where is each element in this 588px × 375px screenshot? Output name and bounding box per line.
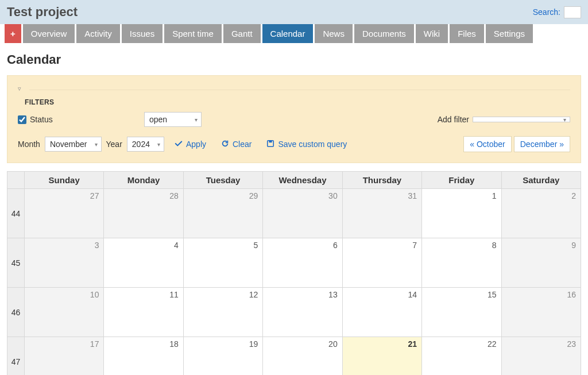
add-filter-select[interactable]: ▾ <box>473 117 570 122</box>
tab-activity[interactable]: Activity <box>76 24 120 43</box>
week-number-cell: 44 <box>7 189 25 238</box>
calendar-day-cell[interactable]: 29 <box>183 189 262 238</box>
add-filter-label: Add filter <box>438 115 469 124</box>
calendar-day-cell[interactable]: 28 <box>104 189 183 238</box>
week-number-header <box>7 172 25 189</box>
tab-news[interactable]: News <box>315 24 353 43</box>
chevron-down-icon: ▾ <box>95 141 98 148</box>
calendar-grid: Sunday Monday Tuesday Wednesday Thursday… <box>7 171 581 375</box>
tab-calendar[interactable]: Calendar <box>262 24 314 43</box>
month-label: Month <box>18 140 40 149</box>
chevron-down-icon[interactable]: ▿ <box>18 85 21 92</box>
status-filter-value: open <box>149 115 167 124</box>
calendar-day-cell[interactable]: 18 <box>104 337 183 376</box>
calendar-day-cell[interactable]: 17 <box>25 337 104 376</box>
prev-month-button[interactable]: « October <box>463 136 511 152</box>
svg-rect-1 <box>269 140 272 142</box>
reload-icon <box>221 140 229 149</box>
calendar-day-cell[interactable]: 31 <box>342 189 421 238</box>
tab-wiki[interactable]: Wiki <box>416 24 448 43</box>
project-header: Test project Search: <box>0 0 588 24</box>
day-header-sunday: Sunday <box>25 172 104 189</box>
apply-label: Apply <box>186 140 206 149</box>
tab-spent-time[interactable]: Spent time <box>164 24 222 43</box>
day-header-monday: Monday <box>104 172 183 189</box>
clear-button[interactable]: Clear <box>221 140 252 149</box>
divider <box>29 90 570 90</box>
calendar-day-cell[interactable]: 19 <box>183 337 262 376</box>
next-month-button[interactable]: December » <box>514 136 570 152</box>
tab-files[interactable]: Files <box>450 24 484 43</box>
chevron-down-icon: ▾ <box>195 117 198 123</box>
tab-issues[interactable]: Issues <box>122 24 163 43</box>
calendar-day-cell[interactable]: 13 <box>263 288 342 337</box>
status-filter-select[interactable]: open ▾ <box>144 112 202 127</box>
week-number-cell: 45 <box>7 238 25 288</box>
calendar-day-cell[interactable]: 12 <box>183 288 262 337</box>
status-filter-checkbox[interactable] <box>18 115 26 124</box>
calendar-day-cell[interactable]: 5 <box>183 238 262 288</box>
day-header-thursday: Thursday <box>342 172 421 189</box>
calendar-day-cell[interactable]: 4 <box>104 238 183 288</box>
calendar-day-cell[interactable]: 16 <box>501 288 581 337</box>
year-label: Year <box>106 140 122 149</box>
check-icon <box>175 140 183 149</box>
calendar-day-cell[interactable]: 20 <box>263 337 342 376</box>
calendar-day-cell[interactable]: 2 <box>501 189 581 238</box>
query-panel: ▿ FILTERS Status open ▾ Add filter ▾ Mo <box>7 75 581 163</box>
calendar-day-cell[interactable]: 7 <box>342 238 421 288</box>
calendar-day-cell[interactable]: 15 <box>422 288 501 337</box>
calendar-day-cell[interactable]: 23 <box>501 337 581 376</box>
page-title: Calendar <box>7 52 581 67</box>
calendar-day-cell[interactable]: 22 <box>422 337 501 376</box>
new-item-button[interactable]: + <box>5 24 21 43</box>
calendar-day-cell[interactable]: 3 <box>25 238 104 288</box>
chevron-down-icon: ▾ <box>157 141 160 148</box>
calendar-day-cell[interactable]: 6 <box>263 238 342 288</box>
tab-settings[interactable]: Settings <box>486 24 533 43</box>
apply-button[interactable]: Apply <box>175 140 206 149</box>
year-value: 2024 <box>132 140 150 149</box>
calendar-day-cell[interactable]: 9 <box>501 238 581 288</box>
day-header-tuesday: Tuesday <box>183 172 262 189</box>
year-select[interactable]: 2024 ▾ <box>127 137 164 152</box>
project-title: Test project <box>7 5 78 20</box>
calendar-day-cell[interactable]: 8 <box>422 238 501 288</box>
save-query-button[interactable]: Save custom query <box>266 140 347 149</box>
week-number-cell: 47 <box>7 337 25 376</box>
search-area: Search: <box>533 6 581 18</box>
calendar-day-cell[interactable]: 10 <box>25 288 104 337</box>
day-header-wednesday: Wednesday <box>263 172 342 189</box>
status-filter-label: Status <box>30 115 53 124</box>
tab-overview[interactable]: Overview <box>23 24 75 43</box>
calendar-day-cell[interactable]: 1 <box>422 189 501 238</box>
month-select[interactable]: November ▾ <box>45 137 102 152</box>
month-value: November <box>50 140 87 149</box>
search-label: Search: <box>533 7 560 17</box>
calendar-day-cell[interactable]: 11 <box>104 288 183 337</box>
day-header-saturday: Saturday <box>501 172 581 189</box>
tab-documents[interactable]: Documents <box>354 24 414 43</box>
filters-section-label: FILTERS <box>25 98 570 106</box>
save-query-label: Save custom query <box>278 140 347 149</box>
search-input[interactable] <box>564 6 581 18</box>
calendar-day-cell[interactable]: 30 <box>263 189 342 238</box>
calendar-day-cell[interactable]: 27 <box>25 189 104 238</box>
save-icon <box>266 140 274 149</box>
main-tabs: + Overview Activity Issues Spent time Ga… <box>0 24 588 43</box>
week-number-cell: 46 <box>7 288 25 337</box>
calendar-day-cell[interactable]: 21 <box>342 337 421 376</box>
chevron-down-icon: ▾ <box>563 117 566 123</box>
tab-gantt[interactable]: Gantt <box>223 24 261 43</box>
calendar-day-cell[interactable]: 14 <box>342 288 421 337</box>
day-header-friday: Friday <box>422 172 501 189</box>
clear-label: Clear <box>233 140 252 149</box>
